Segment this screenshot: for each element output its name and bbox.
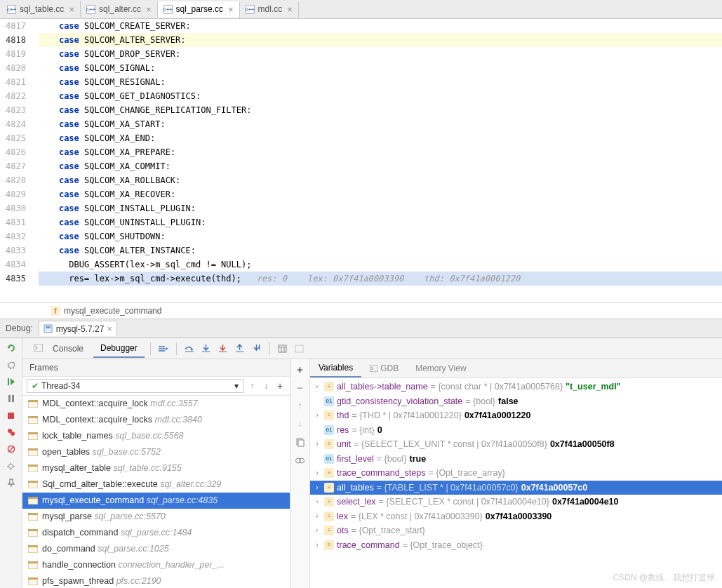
var-item[interactable]: 01 first_level = {bool} true — [310, 452, 722, 467]
gdb-tab[interactable]: GDB — [361, 359, 407, 377]
var-item[interactable]: 01 gtid_consistency_violation_state = {b… — [310, 394, 722, 409]
frame-name: do_command — [42, 544, 95, 554]
frame-item[interactable]: handle_connection connection_handler_per… — [22, 557, 290, 573]
debugger-tab[interactable]: Debugger — [93, 340, 145, 358]
pin-button[interactable] — [6, 477, 17, 488]
expand-icon[interactable]: › — [313, 380, 321, 394]
next-frame-button[interactable]: ↓ — [260, 380, 272, 392]
evaluate-button[interactable] — [276, 342, 290, 356]
var-item[interactable]: 01 res = {int} 0 — [310, 423, 722, 438]
layout-settings-button[interactable] — [6, 460, 17, 472]
var-item[interactable]: ›≡ ots = {Opt_trace_start} — [310, 523, 722, 538]
code-area[interactable]: case SQLCOM_CREATE_SERVER: case SQLCOM_A… — [39, 19, 722, 302]
frame-item[interactable]: MDL_context::acquire_lock mdl.cc:3557 — [22, 396, 290, 412]
var-item[interactable]: ›≡ select_lex = {SELECT_LEX * const | 0x… — [310, 495, 722, 509]
close-icon[interactable]: × — [286, 4, 294, 15]
rerun-button[interactable] — [6, 342, 17, 354]
frame-item[interactable]: mysql_parse sql_parse.cc:5570 — [22, 509, 290, 525]
copy-button[interactable] — [295, 436, 306, 448]
step-out-button[interactable] — [233, 342, 247, 356]
file-tab[interactable]: c++mdl.cc× — [240, 1, 299, 18]
watches-button[interactable] — [295, 455, 306, 466]
breadcrumb[interactable]: f mysql_execute_command — [0, 302, 722, 319]
down-button[interactable]: ↓ — [295, 418, 306, 429]
settings-button[interactable] — [6, 359, 17, 370]
frame-item[interactable]: MDL_context::acquire_locks mdl.cc:3840 — [22, 412, 290, 428]
frame-item[interactable]: Sql_cmd_alter_table::execute sql_alter.c… — [22, 476, 290, 493]
frame-item[interactable]: mysql_alter_table sql_table.cc:9155 — [22, 460, 290, 476]
frame-item[interactable]: mysql_execute_command sql_parse.cc:4835 — [22, 493, 290, 509]
code-editor[interactable]: 4817481848194820482148224823482448254826… — [0, 19, 722, 302]
console-tab[interactable]: Console — [46, 340, 91, 357]
close-icon[interactable]: × — [227, 4, 235, 15]
type-icon: ≡ — [324, 497, 334, 507]
svg-rect-45 — [28, 577, 38, 580]
var-item[interactable]: ›≡ thd = {THD * | 0x7f41a0001220} 0x7f41… — [310, 408, 722, 423]
type-icon: 01 — [324, 454, 334, 464]
var-item[interactable]: ›≡ trace_command_steps = {Opt_trace_arra… — [310, 466, 722, 481]
view-breakpoints-button[interactable] — [6, 427, 17, 438]
expand-icon[interactable]: › — [313, 510, 321, 523]
separator — [150, 342, 151, 355]
close-icon[interactable]: × — [67, 4, 76, 15]
step-into-button[interactable] — [199, 342, 213, 356]
up-button[interactable]: ↑ — [295, 400, 306, 411]
step-over-button[interactable] — [182, 342, 196, 356]
variables-tab[interactable]: Variables — [310, 359, 361, 377]
prev-frame-button[interactable]: ↑ — [246, 380, 258, 392]
frame-name: dispatch_command — [42, 528, 118, 537]
frame-list[interactable]: MDL_context::acquire_lock mdl.cc:3557MDL… — [22, 396, 290, 588]
frame-item[interactable]: pfs_spawn_thread pfs.cc:2190 — [22, 573, 290, 588]
add-button[interactable]: + — [274, 380, 286, 392]
frame-item[interactable]: do_command sql_parse.cc:1025 — [22, 541, 290, 557]
var-item[interactable]: ›≡ all_tables = {TABLE_LIST * | 0x7f41a0… — [310, 481, 722, 495]
expand-icon[interactable]: › — [313, 524, 321, 537]
file-tab[interactable]: c++sql_alter.cc× — [81, 1, 158, 18]
resume-button[interactable] — [6, 376, 17, 387]
close-icon[interactable]: × — [145, 4, 153, 15]
svg-rect-31 — [28, 465, 38, 467]
var-list[interactable]: ›≡ all_tables->table_name = {const char … — [310, 378, 722, 588]
svg-rect-35 — [28, 497, 38, 499]
expand-icon[interactable]: › — [313, 481, 321, 495]
var-type: = {LEX * const | 0x7f41a0003390} — [351, 510, 483, 523]
frame-item[interactable]: dispatch_command sql_parse.cc:1484 — [22, 525, 290, 541]
frames-panel: Frames ✔Thread-34 ▾ ↑ ↓ + MDL_context::a… — [22, 359, 290, 588]
var-item[interactable]: ›≡ lex = {LEX * const | 0x7f41a0003390} … — [310, 509, 722, 524]
new-watch-button[interactable]: + — [295, 363, 306, 375]
mute-breakpoints-button[interactable] — [6, 443, 17, 455]
debug-toolbar: Console Debugger — [22, 338, 722, 359]
file-tab[interactable]: c++sql_parse.cc× — [158, 1, 240, 18]
close-icon[interactable]: × — [107, 323, 112, 334]
frame-location: sql_base.cc:5752 — [93, 447, 161, 457]
thread-selector[interactable]: ✔Thread-34 ▾ — [27, 379, 243, 393]
force-step-into-button[interactable] — [216, 342, 230, 356]
debug-session-tab[interactable]: mysql-5.7.27 × — [39, 321, 117, 336]
expand-icon[interactable]: › — [313, 467, 321, 480]
remove-watch-button[interactable]: − — [295, 382, 306, 393]
type-icon: 01 — [324, 396, 334, 406]
expand-icon[interactable]: › — [313, 438, 321, 451]
frames-subheader: ✔Thread-34 ▾ ↑ ↓ + — [22, 377, 290, 396]
frame-item[interactable]: open_tables sql_base.cc:5752 — [22, 444, 290, 460]
var-value: 0x7f41a00057c0 — [521, 481, 588, 495]
var-item[interactable]: ›≡ all_tables->table_name = {const char … — [310, 380, 722, 394]
expand-icon[interactable]: › — [313, 409, 321, 422]
stop-button[interactable] — [6, 410, 17, 421]
var-type: = {SELECT_LEX * const | 0x7f41a0004e10} — [379, 495, 549, 509]
frame-name: MDL_context::acquire_lock — [42, 399, 148, 408]
svg-rect-41 — [28, 545, 38, 547]
show-exec-point-button[interactable] — [156, 342, 171, 356]
frame-item[interactable]: lock_table_names sql_base.cc:5568 — [22, 428, 290, 444]
expand-icon[interactable]: › — [313, 495, 321, 509]
memory-view-tab[interactable]: Memory View — [407, 359, 474, 377]
pause-button[interactable] — [6, 393, 17, 404]
expand-icon[interactable]: › — [313, 539, 321, 552]
run-to-cursor-button[interactable] — [250, 342, 264, 356]
debug-panels: Frames ✔Thread-34 ▾ ↑ ↓ + MDL_context::a… — [22, 359, 722, 588]
trace-button[interactable] — [293, 342, 307, 356]
var-item[interactable]: ›≡ trace_command = {Opt_trace_object} — [310, 538, 722, 553]
file-tab[interactable]: c++sql_table.cc× — [1, 1, 81, 18]
svg-point-7 — [11, 432, 15, 436]
var-item[interactable]: ›≡ unit = {SELECT_LEX_UNIT * const | 0x7… — [310, 437, 722, 452]
